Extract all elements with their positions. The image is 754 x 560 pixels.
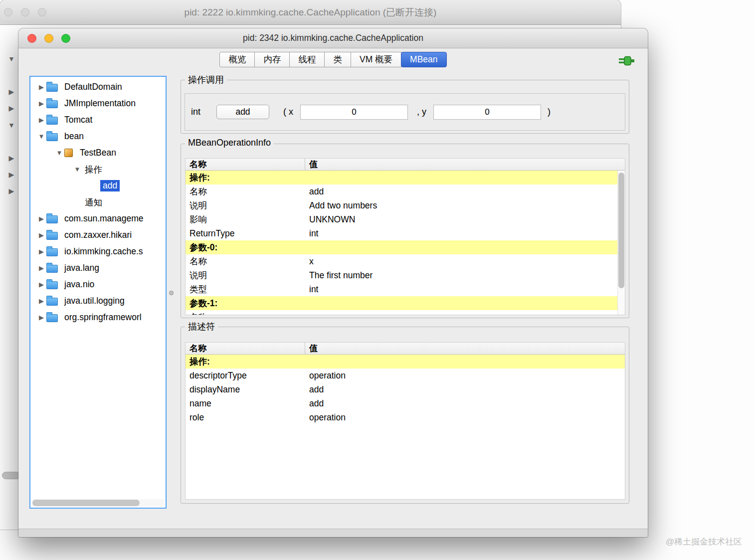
chevron-down-icon[interactable]: ▼	[54, 149, 64, 157]
bean-icon	[64, 149, 73, 157]
tree-item[interactable]: ▶io.kimmking.cache.s	[31, 243, 165, 260]
operation-info-table-header: 名称 值	[186, 159, 625, 171]
row-value: int	[305, 226, 625, 240]
tree-item[interactable]: add	[31, 178, 165, 194]
tree-item-label: com.zaxxer.hikari	[62, 229, 134, 241]
table-row[interactable]: roleoperation	[186, 410, 625, 424]
descriptor-table-body: 操作:descriptorTypeoperationdisplayNameadd…	[186, 355, 625, 424]
chevron-right-icon[interactable]: ▶	[36, 231, 46, 239]
tree-item[interactable]: ▶com.sun.manageme	[31, 210, 165, 227]
tree-hscrollbar[interactable]	[31, 499, 165, 507]
mbean-tree-panel: ▶DefaultDomain▶JMImplementation▶Tomcat▼b…	[29, 76, 167, 509]
close-button-inactive	[4, 8, 12, 16]
chevron-right-icon[interactable]: ▶	[36, 281, 46, 288]
table-row[interactable]: nameadd	[186, 396, 625, 410]
return-type-label: int	[191, 107, 200, 117]
operation-info-vscrollbar-thumb[interactable]	[618, 173, 624, 288]
tree-item[interactable]: ▶Tomcat	[31, 112, 165, 128]
table-row[interactable]: 操作:	[186, 355, 625, 369]
operation-info-vscrollbar[interactable]	[617, 171, 625, 315]
tab-2[interactable]: 线程	[289, 52, 325, 67]
tab-0[interactable]: 概览	[219, 52, 255, 67]
row-value: operation	[305, 369, 625, 382]
tree-item-label: io.kimmking.cache.s	[62, 246, 146, 257]
table-row[interactable]: 说明Add two numbers	[186, 198, 625, 212]
desktop: pid: 2222 io.kimmking.cache.CacheApplica…	[0, 0, 754, 560]
tree-item[interactable]: ▶com.zaxxer.hikari	[31, 227, 165, 243]
tree-item-label: com.sun.manageme	[62, 213, 146, 224]
param-separator-label: , y	[417, 107, 426, 117]
table-row[interactable]: ReturnTypeint	[186, 226, 625, 240]
folder-icon	[46, 133, 58, 141]
chevron-right-icon[interactable]: ▶	[36, 264, 46, 272]
row-value: operation	[305, 410, 625, 424]
table-row[interactable]: 名称y	[186, 310, 625, 315]
table-row[interactable]: 参数-1:	[186, 296, 625, 310]
close-button[interactable]	[27, 34, 36, 43]
table-row[interactable]: 名称x	[186, 254, 625, 268]
tree-item[interactable]: ▼操作	[31, 161, 165, 178]
zoom-button-inactive	[38, 8, 46, 16]
row-name: descriptorType	[186, 369, 305, 382]
chevron-right-icon[interactable]: ▶	[36, 314, 46, 321]
tree-item[interactable]: ▶JMImplementation	[31, 95, 165, 112]
folder-icon	[46, 84, 58, 92]
descriptor-table: 名称 值 操作:descriptorTypeoperationdisplayNa…	[185, 342, 625, 500]
add-invoke-button[interactable]: add	[216, 105, 269, 119]
tree-item[interactable]: ▶org.springframeworl	[31, 309, 165, 326]
tab-1[interactable]: 内存	[254, 52, 290, 67]
splitter-handle[interactable]	[169, 291, 174, 295]
chevron-down-icon[interactable]: ▼	[72, 166, 82, 173]
tree-item-label: add	[100, 180, 120, 191]
tab-3[interactable]: 类	[324, 52, 351, 67]
row-name: 名称	[186, 185, 305, 198]
tab-5[interactable]: MBean	[401, 52, 446, 67]
chevron-down-icon: ▼	[7, 55, 15, 63]
tree-item[interactable]: ▶java.nio	[31, 276, 165, 293]
tree-item[interactable]: ▼TestBean	[31, 145, 165, 161]
tree-item[interactable]: ▼bean	[31, 128, 165, 145]
tree-hscrollbar-thumb[interactable]	[32, 500, 140, 506]
row-name: 名称	[186, 254, 305, 268]
operation-invoke-inner: int add ( x , y )	[185, 93, 625, 131]
zoom-button[interactable]	[61, 34, 70, 43]
tree-item-label: bean	[62, 131, 86, 142]
folder-icon	[46, 215, 58, 223]
table-row[interactable]: displayNameadd	[186, 382, 625, 396]
tree-item[interactable]: ▶java.util.logging	[31, 293, 165, 309]
chevron-right-icon: ▶	[7, 88, 15, 96]
table-row[interactable]: descriptorTypeoperation	[186, 369, 625, 382]
chevron-right-icon[interactable]: ▶	[36, 297, 46, 305]
chevron-right-icon[interactable]: ▶	[36, 100, 46, 107]
chevron-down-icon[interactable]: ▼	[36, 133, 46, 140]
table-row[interactable]: 说明The first number	[186, 268, 625, 282]
row-name: 影响	[186, 212, 305, 226]
param-y-input[interactable]	[433, 105, 541, 120]
row-value: int	[305, 282, 625, 296]
table-row[interactable]: 影响UNKNOWN	[186, 212, 625, 226]
table-row[interactable]: 操作:	[186, 171, 625, 185]
tree-item[interactable]: 通知	[31, 194, 165, 210]
folder-icon	[46, 265, 58, 273]
tree-item-label: org.springframeworl	[62, 312, 144, 323]
operation-info-group: MBeanOperationInfo 名称 值 操作:名称add说明Add tw…	[181, 144, 629, 318]
table-row[interactable]: 名称add	[186, 185, 625, 198]
param-x-input[interactable]	[300, 105, 408, 120]
mbean-tree: ▶DefaultDomain▶JMImplementation▶Tomcat▼b…	[31, 79, 165, 498]
tree-item[interactable]: ▶DefaultDomain	[31, 79, 165, 95]
tree-item-label: DefaultDomain	[62, 81, 125, 93]
table-row[interactable]: 参数-0:	[186, 240, 625, 254]
chevron-right-icon[interactable]: ▶	[36, 248, 46, 255]
table-row[interactable]: 类型int	[186, 282, 625, 296]
row-name: 参数-1:	[186, 296, 305, 310]
column-name-header: 名称	[186, 343, 305, 354]
minimize-button[interactable]	[44, 34, 53, 43]
chevron-right-icon[interactable]: ▶	[36, 83, 46, 91]
tree-item[interactable]: ▶java.lang	[31, 260, 165, 276]
chevron-right-icon[interactable]: ▶	[36, 215, 46, 222]
chevron-right-icon[interactable]: ▶	[36, 116, 46, 124]
column-value-header: 值	[305, 159, 625, 170]
background-window-title: pid: 2222 io.kimmking.cache.CacheApplica…	[185, 6, 437, 19]
connection-icon[interactable]	[618, 55, 635, 69]
tab-4[interactable]: VM 概要	[351, 52, 401, 67]
